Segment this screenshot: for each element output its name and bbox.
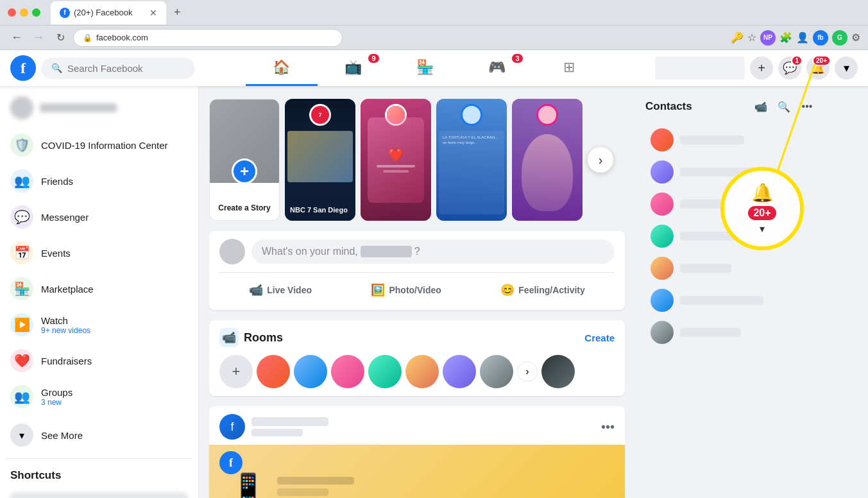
reload-button[interactable]: ↻: [51, 29, 69, 47]
dot-red[interactable]: [8, 8, 16, 17]
contact-avatar-3: [651, 193, 674, 216]
rooms-create-button[interactable]: Create: [584, 332, 615, 343]
contact-item-6[interactable]: [645, 285, 817, 316]
star-icon[interactable]: ☆: [747, 31, 756, 44]
covid-icon: 🛡️: [10, 133, 33, 157]
feeling-activity-button[interactable]: 😊 Feeling/Activity: [488, 278, 597, 302]
back-button[interactable]: ←: [8, 29, 26, 47]
contact-item-5[interactable]: [645, 253, 817, 284]
room-avatar-7: [480, 355, 513, 388]
live-video-label: Live Video: [267, 285, 312, 295]
profile-avatar-browser: fb: [813, 30, 828, 46]
search-box[interactable]: 🔍: [41, 58, 195, 79]
sidebar-item-messenger[interactable]: 💬 Messenger: [5, 199, 193, 235]
contact-item-4[interactable]: [645, 221, 817, 252]
story-4-card[interactable]: LA TORTUGA Y EL ALACRAN...un texto muy l…: [436, 99, 507, 221]
story4-content: LA TORTUGA Y EL ALACRAN...un texto muy l…: [436, 99, 507, 221]
watch-nav-icon: 📺: [345, 59, 362, 76]
forward-button[interactable]: →: [30, 29, 47, 47]
room-avatar-2: [294, 355, 327, 388]
post-username-hint: [361, 246, 412, 257]
header-search-placeholder: [655, 56, 745, 80]
groups-badge: 3: [512, 54, 522, 63]
groups-labels: Groups 3 new: [41, 387, 72, 407]
story3-content: ❤️: [361, 99, 431, 221]
header-add-button[interactable]: +: [750, 56, 773, 80]
browser-tab[interactable]: f (20+) Facebook ✕: [51, 1, 166, 24]
settings-icon[interactable]: ⚙: [851, 31, 860, 44]
room-avatar-6: [443, 355, 476, 388]
address-bar-row: ← → ↻ 🔒 facebook.com 🔑 ☆ NP 🧩 👤 fb G ⚙: [0, 26, 868, 50]
tab-close-icon[interactable]: ✕: [149, 8, 157, 18]
dot-yellow[interactable]: [20, 8, 28, 17]
browser-chrome: f (20+) Facebook ✕ +: [0, 0, 868, 26]
search-input[interactable]: [67, 63, 183, 74]
sidebar-groups-label: Groups: [41, 387, 72, 398]
post-input[interactable]: What's on your mind, ?: [251, 239, 615, 264]
story-3-card[interactable]: ❤️: [361, 99, 431, 221]
sidebar-item-fundraisers[interactable]: ❤️ Fundraisers: [5, 343, 193, 379]
profile-icon-browser[interactable]: 👤: [796, 31, 809, 44]
messenger-button[interactable]: 💬 1: [778, 56, 801, 80]
post-card-more-button[interactable]: •••: [601, 420, 615, 434]
nbc-story-title: NBC 7 San Diego: [290, 206, 350, 214]
story-5-card[interactable]: [512, 99, 583, 221]
dot-green[interactable]: [32, 8, 40, 17]
photo-video-button[interactable]: 🖼️ Photo/Video: [358, 278, 454, 302]
shortcuts-heading: Shortcuts: [5, 464, 193, 487]
sidebar-item-groups[interactable]: 👥 Groups 3 new: [5, 379, 193, 415]
contact-avatar-1: [651, 128, 674, 151]
story-next-button[interactable]: ›: [588, 147, 613, 173]
live-video-button[interactable]: 📹 Live Video: [236, 278, 325, 302]
contact-item-3[interactable]: [645, 189, 817, 219]
photo-video-icon: 🖼️: [371, 283, 385, 297]
contact-item-2[interactable]: [645, 157, 817, 187]
contacts-video-button[interactable]: 📹: [751, 96, 771, 117]
sidebar-friends-label: Friends: [41, 176, 73, 187]
contact-avatar-2: [651, 160, 674, 184]
nav-item-watch[interactable]: 📺 9: [318, 50, 389, 86]
groups-nav-icon: 🎮: [488, 59, 506, 76]
room-next-button[interactable]: ›: [517, 361, 538, 382]
sidebar-item-events[interactable]: 📅 Events: [5, 235, 193, 271]
room-add-button[interactable]: +: [219, 355, 253, 388]
address-input[interactable]: 🔒 facebook.com: [73, 29, 343, 47]
extension-icon[interactable]: 🧩: [779, 31, 792, 44]
room-avatar-4: [368, 355, 402, 388]
tab-title: (20+) Facebook: [74, 8, 132, 17]
sidebar-item-friends[interactable]: 👥 Friends: [5, 163, 193, 199]
nav-item-menu[interactable]: ⊞: [533, 50, 605, 86]
sidebar-user-profile[interactable]: [5, 91, 193, 125]
nav-item-marketplace[interactable]: 🏪: [389, 50, 461, 86]
sidebar-item-watch[interactable]: ▶️ Watch 9+ new videos: [5, 307, 193, 343]
browser-actions: 🔑 ☆ NP 🧩 👤 fb G ⚙: [731, 30, 860, 46]
contact-avatar-5: [651, 257, 674, 280]
sidebar-item-marketplace[interactable]: 🏪 Marketplace: [5, 271, 193, 307]
contacts-search-button[interactable]: 🔍: [774, 96, 794, 117]
new-tab-button[interactable]: +: [171, 6, 183, 19]
contact-avatar-4: [651, 225, 674, 248]
sidebar-see-more[interactable]: ▾ See More: [5, 417, 193, 453]
sidebar-item-covid[interactable]: 🛡️ COVID-19 Information Center: [5, 127, 193, 163]
contact-name-7: [680, 328, 741, 337]
notifications-button[interactable]: 🔔 20+: [806, 56, 830, 80]
fb-logo[interactable]: f: [10, 55, 36, 81]
sidebar-username: [40, 103, 117, 112]
contact-item-7[interactable]: [645, 317, 817, 348]
story-nbc-card[interactable]: 7 NBC 7 San Diego: [285, 99, 355, 221]
nav-item-home[interactable]: 🏠: [246, 50, 318, 86]
contacts-more-button[interactable]: •••: [797, 96, 817, 117]
contact-name-2: [680, 167, 757, 176]
sidebar-marketplace-label: Marketplace: [41, 284, 94, 295]
post-box-top: What's on your mind, ?: [219, 239, 615, 264]
menu-nav-icon: ⊞: [563, 59, 575, 76]
story-create-card[interactable]: + Create a Story: [209, 99, 280, 221]
contact-item-1[interactable]: [645, 125, 817, 155]
header-account-button[interactable]: ▾: [835, 56, 858, 80]
feeling-icon: 😊: [500, 283, 515, 297]
lock-icon: 🔒: [83, 33, 92, 42]
profile-avatar-green: G: [832, 30, 847, 46]
marketplace-nav-icon: 🏪: [416, 59, 434, 76]
post-card-user: f: [219, 414, 328, 440]
nav-item-groups[interactable]: 🎮 3: [461, 50, 533, 86]
